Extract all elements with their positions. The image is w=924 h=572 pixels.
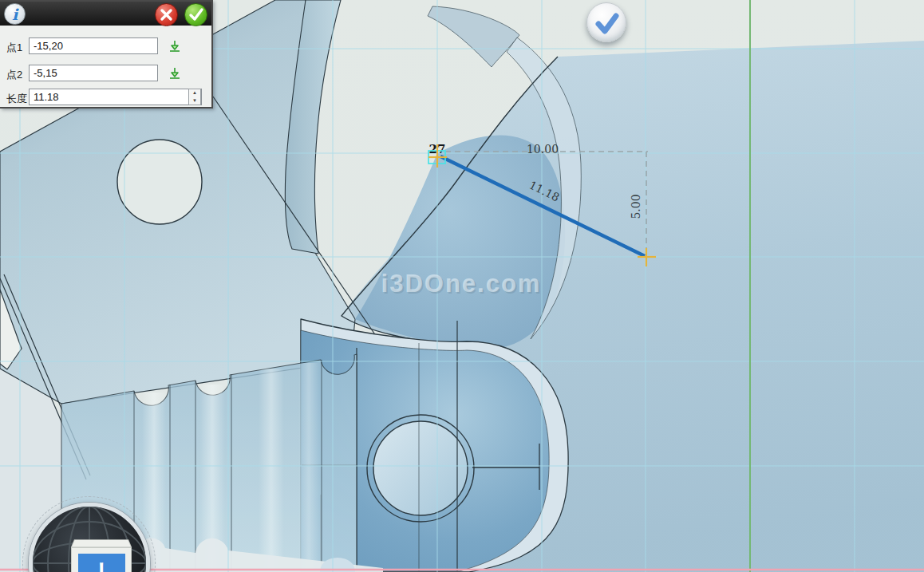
apply-confirm-button[interactable] [586,2,626,42]
check-icon [587,3,627,43]
dim-dy-label: 5.00 [630,194,642,219]
close-icon [156,4,177,26]
check-icon [185,4,207,26]
point1-input[interactable] [29,37,158,54]
cube-front-face[interactable]: 上 [71,547,132,572]
length-label: 长度 [6,92,27,106]
handle-hole [117,140,202,224]
dim-dx-label: 10.00 [527,143,559,156]
info-icon: i [4,3,26,25]
point1-label: 点1 [6,41,22,55]
parameter-dialog: i 点1 点2 长度 ▲ ▼ [0,0,213,108]
cancel-button[interactable] [155,3,178,26]
svg-text:i3DOne.com: i3DOne.com [381,270,542,298]
watermark: i3DOne.com i3DOne.com [381,270,543,299]
point2-label: 点2 [6,68,22,82]
view-cube-top-label[interactable]: 上 [78,554,125,572]
navigator-sphere[interactable]: 上 [29,503,150,572]
confirm-button[interactable] [184,3,207,26]
length-spinner[interactable]: ▲ ▼ [188,89,201,105]
point2-input[interactable] [29,65,158,81]
view-navigator[interactable]: 上 [21,496,161,572]
spinner-up-icon[interactable]: ▲ [189,89,200,97]
point2-pick-icon[interactable] [167,65,183,81]
app-window: i3DOne.com i3DOne.com 10.00 5.00 11.18 2… [0,0,924,572]
dialog-title-bar[interactable]: i [0,2,211,26]
jaw-hole [373,421,468,515]
cube-top-face[interactable] [71,539,132,547]
length-input[interactable] [29,89,202,105]
spinner-down-icon[interactable]: ▼ [189,97,200,105]
point1-pick-icon[interactable] [167,38,183,54]
